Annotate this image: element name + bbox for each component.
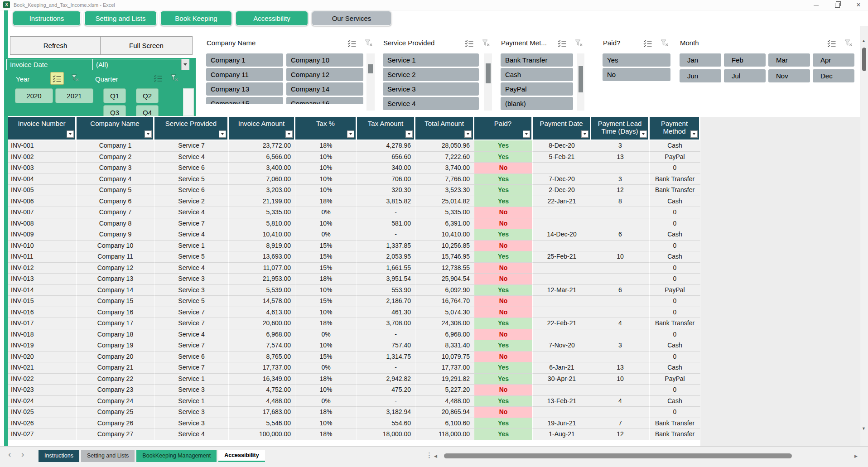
table-cell[interactable]: 17,737.00 <box>415 362 474 374</box>
restore-button[interactable] <box>828 0 847 10</box>
table-cell[interactable]: 10% <box>295 385 357 396</box>
table-cell[interactable]: 1,337.85 <box>357 241 415 252</box>
table-cell[interactable]: Cash <box>650 196 700 207</box>
table-cell[interactable] <box>591 329 650 341</box>
table-cell[interactable]: 0% <box>295 396 357 407</box>
table-cell[interactable]: Company 18 <box>77 329 154 341</box>
table-cell[interactable]: 0% <box>295 207 357 218</box>
table-cell[interactable]: 10% <box>295 285 357 296</box>
table-cell[interactable]: INV-027 <box>8 429 77 440</box>
table-cell[interactable]: 3,815.82 <box>357 196 415 207</box>
slicer-scrollbar[interactable] <box>484 53 492 111</box>
table-cell[interactable]: INV-001 <box>8 140 77 152</box>
vertical-scroll-thumb[interactable] <box>862 48 866 71</box>
table-cell[interactable]: INV-004 <box>8 174 77 185</box>
table-cell[interactable]: 15,746.95 <box>415 251 474 263</box>
table-cell[interactable]: Company 2 <box>77 152 154 163</box>
table-cell[interactable]: Cash <box>650 396 700 407</box>
table-cell[interactable] <box>591 296 650 307</box>
table-cell[interactable]: 12-Mar-21 <box>533 285 591 296</box>
table-cell[interactable]: 7-Nov-20 <box>533 340 591 351</box>
table-cell[interactable]: 3,708.00 <box>357 318 415 329</box>
column-header-payment-lead-time-days[interactable]: Payment Lead Time (Days) <box>591 117 650 140</box>
table-cell[interactable]: 8 <box>591 196 650 207</box>
timeline-quarter-q1[interactable]: Q1 <box>103 88 126 103</box>
table-cell[interactable]: Bank Transfer <box>650 318 700 329</box>
table-cell[interactable]: 0% <box>295 329 357 341</box>
table-cell[interactable]: 19,291.82 <box>415 374 474 385</box>
table-cell[interactable]: 0 <box>650 351 700 363</box>
slicer-item-company-10[interactable]: Company 10 <box>286 53 363 67</box>
table-cell[interactable]: 13 <box>591 362 650 374</box>
table-cell[interactable]: Service 3 <box>154 285 229 296</box>
slicer-item-company-1[interactable]: Company 1 <box>206 53 283 67</box>
column-filter-button[interactable] <box>690 130 698 138</box>
table-cell[interactable]: Service 3 <box>154 407 229 418</box>
table-cell[interactable]: Cash <box>650 251 700 263</box>
clear-filter-icon[interactable] <box>365 39 373 48</box>
table-cell[interactable] <box>533 163 591 174</box>
year-multi-select-icon[interactable] <box>50 72 64 85</box>
table-cell[interactable]: 10,410.00 <box>415 229 474 241</box>
table-cell[interactable]: Yes <box>474 374 533 385</box>
table-cell[interactable]: INV-024 <box>8 396 77 407</box>
table-cell[interactable]: 0% <box>295 362 357 374</box>
table-cell[interactable]: 15% <box>295 263 357 274</box>
table-cell[interactable]: Service 5 <box>154 296 229 307</box>
table-cell[interactable]: 17,737.00 <box>229 362 295 374</box>
table-cell[interactable]: 0 <box>650 307 700 318</box>
table-cell[interactable] <box>591 274 650 285</box>
table-cell[interactable]: 21,953.00 <box>229 274 295 285</box>
slicer-item-feb[interactable]: Feb <box>724 53 766 67</box>
table-cell[interactable]: 15% <box>295 351 357 363</box>
table-cell[interactable]: Company 8 <box>77 218 154 230</box>
table-cell[interactable]: 5-Feb-21 <box>533 152 591 163</box>
table-cell[interactable]: 10% <box>295 307 357 318</box>
table-cell[interactable]: Company 19 <box>77 340 154 351</box>
column-filter-button[interactable] <box>464 130 472 138</box>
table-cell[interactable]: No <box>474 385 533 396</box>
table-cell[interactable]: Service 4 <box>154 429 229 440</box>
table-cell[interactable]: INV-025 <box>8 407 77 418</box>
table-cell[interactable]: 5,539.00 <box>229 285 295 296</box>
table-cell[interactable]: Company 3 <box>77 163 154 174</box>
column-header-payment-method[interactable]: Payment Method <box>650 117 700 140</box>
table-cell[interactable]: Service 1 <box>154 374 229 385</box>
table-cell[interactable]: 14,578.00 <box>229 296 295 307</box>
table-cell[interactable]: INV-018 <box>8 329 77 341</box>
table-cell[interactable]: 10% <box>295 163 357 174</box>
scrollbar-thumb[interactable] <box>579 66 583 92</box>
table-cell[interactable]: Yes <box>474 396 533 407</box>
table-cell[interactable]: 6,968.00 <box>415 329 474 341</box>
column-header-service-provided[interactable]: Service Provided <box>154 117 229 140</box>
table-cell[interactable]: 706.00 <box>357 174 415 185</box>
table-cell[interactable]: Service 4 <box>154 229 229 241</box>
table-cell[interactable]: 12,738.55 <box>415 263 474 274</box>
table-cell[interactable]: 15% <box>295 241 357 252</box>
table-cell[interactable]: 10% <box>295 218 357 230</box>
year-clear-filter-icon[interactable] <box>69 72 81 84</box>
column-header-invoice-amount[interactable]: Invoice Amount <box>229 117 295 140</box>
prev-sheet-icon[interactable]: ‹ <box>8 449 11 459</box>
nav-button-accessibility[interactable]: Accessibility <box>236 11 308 26</box>
table-cell[interactable]: Service 3 <box>154 418 229 429</box>
table-cell[interactable]: 6 <box>591 285 650 296</box>
table-cell[interactable]: 340.00 <box>357 163 415 174</box>
table-cell[interactable]: Company 4 <box>77 174 154 185</box>
timeline-year-2020[interactable]: 2020 <box>15 88 53 103</box>
column-header-tax[interactable]: Tax % <box>295 117 357 140</box>
table-cell[interactable]: 1,314.75 <box>357 351 415 363</box>
timeline-range-dropdown[interactable] <box>181 59 189 70</box>
table-cell[interactable]: No <box>474 351 533 363</box>
table-cell[interactable]: 0 <box>650 218 700 230</box>
table-cell[interactable] <box>533 207 591 218</box>
table-cell[interactable]: 3,523.30 <box>415 185 474 196</box>
slicer-item-yes[interactable]: Yes <box>603 53 670 67</box>
table-cell[interactable]: Service 3 <box>154 385 229 396</box>
table-cell[interactable]: 553.90 <box>357 285 415 296</box>
table-cell[interactable]: 15% <box>295 251 357 263</box>
table-cell[interactable]: Service 4 <box>154 207 229 218</box>
table-cell[interactable]: 25,904.54 <box>415 274 474 285</box>
table-cell[interactable]: Cash <box>650 362 700 374</box>
table-cell[interactable]: Bank Transfer <box>650 185 700 196</box>
